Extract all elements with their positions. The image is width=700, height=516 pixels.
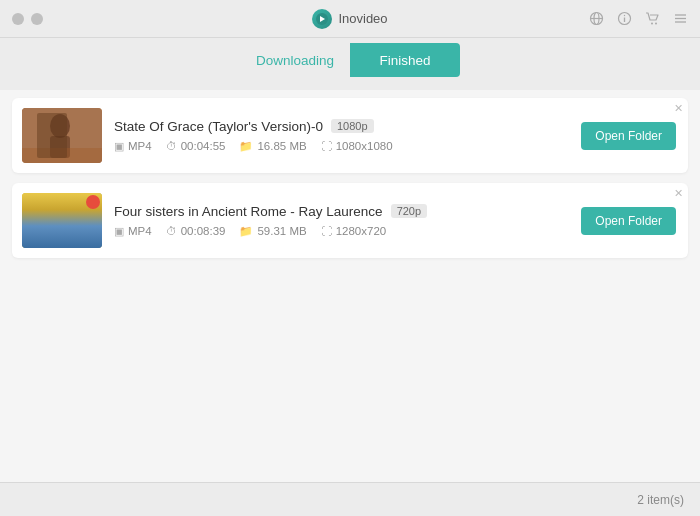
video-thumbnail xyxy=(22,193,102,248)
video-title: Four sisters in Ancient Rome - Ray Laure… xyxy=(114,204,383,219)
size-meta: 📁 16.85 MB xyxy=(239,140,306,153)
clock-icon: ⏱ xyxy=(166,140,177,152)
quality-badge: 1080p xyxy=(331,119,374,133)
app-title: Inovideo xyxy=(338,11,387,26)
video-title: State Of Grace (Taylor's Version)-0 xyxy=(114,119,323,134)
tab-downloading[interactable]: Downloading xyxy=(240,43,350,77)
video-item: Four sisters in Ancient Rome - Ray Laure… xyxy=(12,183,688,258)
info-icon[interactable] xyxy=(616,11,632,27)
quality-badge: 720p xyxy=(391,204,427,218)
badge-red xyxy=(86,195,100,209)
video-title-row: Four sisters in Ancient Rome - Ray Laure… xyxy=(114,204,569,219)
video-title-row: State Of Grace (Taylor's Version)-0 1080… xyxy=(114,119,569,134)
globe-icon[interactable] xyxy=(588,11,604,27)
close-icon[interactable]: ✕ xyxy=(674,188,683,199)
app-icon xyxy=(312,9,332,29)
video-thumbnail xyxy=(22,108,102,163)
svg-point-6 xyxy=(623,15,624,16)
traffic-lights xyxy=(12,13,43,25)
cart-icon[interactable] xyxy=(644,11,660,27)
title-bar: Inovideo xyxy=(0,0,700,38)
menu-icon[interactable] xyxy=(672,11,688,27)
minimize-button[interactable] xyxy=(31,13,43,25)
tab-bar: Downloading Finished xyxy=(0,38,700,90)
resolution-meta: ⛶ 1280x720 xyxy=(321,225,387,237)
video-meta: ▣ MP4 ⏱ 00:08:39 📁 59.31 MB ⛶ 1280x720 xyxy=(114,225,569,238)
tab-finished[interactable]: Finished xyxy=(350,43,460,77)
expand-icon: ⛶ xyxy=(321,140,332,152)
size-meta: 📁 59.31 MB xyxy=(239,225,306,238)
item-count: 2 item(s) xyxy=(637,493,684,507)
video-meta: ▣ MP4 ⏱ 00:04:55 📁 16.85 MB ⛶ 1080x1080 xyxy=(114,140,569,153)
open-folder-button[interactable]: Open Folder xyxy=(581,122,676,150)
main-content: State Of Grace (Taylor's Version)-0 1080… xyxy=(0,90,700,482)
svg-rect-21 xyxy=(46,219,58,235)
svg-rect-24 xyxy=(64,216,86,218)
resolution-meta: ⛶ 1080x1080 xyxy=(321,140,393,152)
clock-icon: ⏱ xyxy=(166,225,177,237)
open-folder-button[interactable]: Open Folder xyxy=(581,207,676,235)
svg-rect-22 xyxy=(64,205,89,208)
svg-rect-23 xyxy=(64,211,84,213)
svg-point-8 xyxy=(655,23,657,25)
svg-rect-16 xyxy=(22,148,102,163)
svg-point-7 xyxy=(651,23,653,25)
footer: 2 item(s) xyxy=(0,482,700,516)
duration-meta: ⏱ 00:08:39 xyxy=(166,225,226,237)
svg-point-20 xyxy=(46,206,58,220)
svg-rect-19 xyxy=(22,221,102,248)
close-button[interactable] xyxy=(12,13,24,25)
folder-icon: 📁 xyxy=(239,225,253,238)
expand-icon: ⛶ xyxy=(321,225,332,237)
svg-point-14 xyxy=(50,114,70,138)
close-icon[interactable]: ✕ xyxy=(674,103,683,114)
title-bar-icons xyxy=(588,11,688,27)
duration-meta: ⏱ 00:04:55 xyxy=(166,140,226,152)
format-meta: ▣ MP4 xyxy=(114,225,152,238)
format-meta: ▣ MP4 xyxy=(114,140,152,153)
video-info: State Of Grace (Taylor's Version)-0 1080… xyxy=(102,119,569,153)
folder-icon: 📁 xyxy=(239,140,253,153)
title-bar-center: Inovideo xyxy=(312,9,387,29)
video-item: State Of Grace (Taylor's Version)-0 1080… xyxy=(12,98,688,173)
film-icon: ▣ xyxy=(114,225,124,238)
video-info: Four sisters in Ancient Rome - Ray Laure… xyxy=(102,204,569,238)
film-icon: ▣ xyxy=(114,140,124,153)
